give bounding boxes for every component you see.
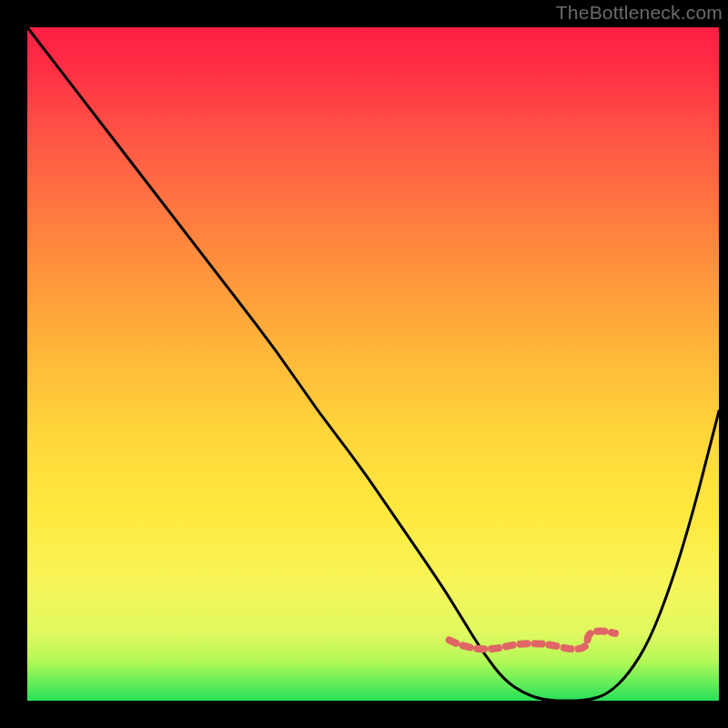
chart-canvas: TheBottleneck.com	[0, 0, 728, 728]
gradient-plot-area	[27, 27, 719, 701]
watermark-text: TheBottleneck.com	[556, 2, 723, 24]
